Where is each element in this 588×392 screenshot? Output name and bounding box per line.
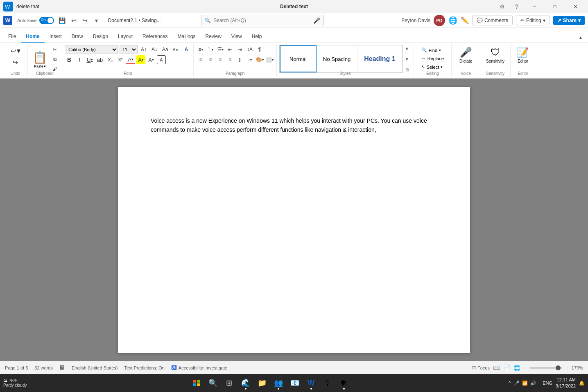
word-count[interactable]: 32 words [34,365,53,370]
styles-scroll-up[interactable]: ▲ [404,46,410,50]
network-icon[interactable]: 📶 [522,381,528,386]
document-page[interactable]: Voice access is a new Experience on Wind… [118,87,470,353]
document-paragraph[interactable]: Voice access is a new Experience on Wind… [151,116,437,135]
align-left-button[interactable]: ≡ [196,55,205,64]
close-button[interactable]: ✕ [566,0,585,13]
underline-button[interactable]: U▾ [85,55,94,64]
subscript-button[interactable]: X₂ [106,55,115,64]
zoom-slider[interactable] [529,367,562,369]
tab-file[interactable]: File [3,31,21,43]
undo-button[interactable]: ↩ ▾ [9,45,23,56]
maximize-button[interactable]: □ [545,0,564,13]
editor-button[interactable]: 📝 Editor [513,45,532,65]
autosave-toggle[interactable] [39,17,54,24]
language-indicator[interactable]: English (United States) [72,365,118,370]
tab-help[interactable]: Help [247,31,267,43]
system-clock[interactable]: 12:11 AM 9/17/2022 [556,377,576,390]
borders-button[interactable]: ⬜▾ [265,55,274,64]
styles-scroll-down[interactable]: ▼ [404,57,410,61]
show-hidden-icons-button[interactable]: ^ [509,381,511,385]
search-box[interactable]: 🔍 🎤 [201,15,324,26]
taskbar-start-button[interactable] [189,376,204,390]
font-face-select[interactable]: Calibri (Body) [65,45,118,54]
show-hide-button[interactable]: ¶ [255,45,264,54]
taskbar-teams[interactable]: 👥 [271,376,286,390]
increase-indent-button[interactable]: ⇥ [235,45,244,54]
font-size-select[interactable]: 11 [120,45,138,54]
pen-icon[interactable]: ✏️ [461,16,469,24]
tab-references[interactable]: References [138,31,172,43]
search-input[interactable] [213,18,311,23]
taskbar-voice-access[interactable]: 🗣 [337,376,351,390]
accessibility-checker[interactable]: ♿ Accessibility: Investigate [171,365,227,370]
save-icon[interactable]: 💾 [57,16,67,25]
zoom-out-button[interactable]: − [524,365,526,370]
cut-button[interactable]: ✂ [50,45,59,54]
taskbar-edge[interactable]: 🌊 [238,376,253,390]
page-info[interactable]: Page 1 of 5 [5,365,28,370]
sort-button[interactable]: ↕A [245,45,254,54]
taskbar-explorer[interactable]: 📁 [255,376,269,390]
shading-para-button[interactable]: 🎨▾ [255,55,264,64]
taskbar-task-view[interactable]: ⊞ [222,376,237,390]
replace-button[interactable]: ↔ Replace [420,55,446,62]
globe-icon[interactable]: 🌐 [448,16,457,25]
zoom-in-button[interactable]: + [565,365,568,370]
editing-mode-button[interactable]: ✏ Editing ▾ [516,16,550,25]
redo-icon[interactable]: ↪ [80,16,90,25]
redo-button[interactable]: ↪ [9,57,22,68]
tab-insert[interactable]: Insert [45,31,67,43]
char-border-button[interactable]: A [157,55,166,64]
notification-button[interactable]: 🔔 [579,381,585,386]
text-predictions[interactable]: Text Predictions: On [124,365,164,370]
tab-draw[interactable]: Draw [67,31,88,43]
mic-tray-icon[interactable]: 🎤 [514,381,520,386]
strikethrough-button[interactable]: ab [95,55,104,64]
taskbar-cortana[interactable]: 🎙 [320,376,335,390]
bullets-button[interactable]: ≡▾ [196,45,205,54]
increase-font-button[interactable]: A↑ [139,45,148,54]
style-no-spacing[interactable]: No Spacing [317,45,357,72]
taskbar-search-button[interactable]: 🔍 [206,376,220,390]
select-button[interactable]: ↖ Select ▾ [420,63,446,70]
read-view-button[interactable]: 📖 [493,365,500,371]
document-content[interactable]: Voice access is a new Experience on Wind… [151,116,437,135]
font-color-button[interactable]: A▾ [126,55,135,64]
decrease-indent-button[interactable]: ⇤ [226,45,235,54]
tab-mailings[interactable]: Mailings [172,31,200,43]
share-button[interactable]: ↗ Share ▾ [553,16,585,25]
tab-layout[interactable]: Layout [113,31,138,43]
mic-search-icon[interactable]: 🎤 [313,17,320,24]
sensitivity-button[interactable]: 🛡 Sensitivity [483,45,508,65]
find-button[interactable]: 🔍 Find ▾ [420,47,446,54]
multilevel-list-button[interactable]: ☰▾ [216,45,225,54]
tab-home[interactable]: Home [21,31,44,43]
columns-button[interactable]: ⫿ [235,55,244,64]
tab-review[interactable]: Review [201,31,226,43]
align-center-button[interactable]: ≡ [206,55,215,64]
style-normal[interactable]: Normal [280,45,317,72]
help-icon[interactable]: ? [510,0,523,13]
comments-button[interactable]: 💬 Comments [472,16,513,25]
collapse-ribbon-icon[interactable]: ▲ [577,33,585,42]
focus-button[interactable]: ⊡ Focus [472,365,490,370]
web-layout-button[interactable]: 🌐 [513,365,520,371]
italic-button[interactable]: I [75,55,84,64]
numbering-button[interactable]: 1.▾ [206,45,215,54]
customize-qa-icon[interactable]: ▾ [92,16,102,25]
text-effects-button[interactable]: A [182,45,191,54]
bold-button[interactable]: B [65,55,74,64]
taskbar-outlook[interactable]: 📧 [287,376,302,390]
style-heading1[interactable]: Heading 1 [357,45,402,72]
decrease-font-button[interactable]: A↓ [150,45,159,54]
language-tray[interactable]: ENG [543,381,552,385]
print-layout-button[interactable]: 📄 [503,365,510,371]
shading-button[interactable]: A▾ [147,55,156,64]
clear-formatting-button[interactable]: A✕ [171,45,180,54]
highlight-color-button[interactable]: A▾ [136,55,145,64]
notes-icon[interactable]: 📓 [59,365,65,370]
zoom-level[interactable]: 179% [572,365,583,370]
line-spacing-button[interactable]: ↕▾ [245,55,254,64]
settings-icon[interactable]: ⚙ [495,0,509,13]
weather-widget[interactable]: 🌤 75°F Partly cloudy [3,378,27,387]
